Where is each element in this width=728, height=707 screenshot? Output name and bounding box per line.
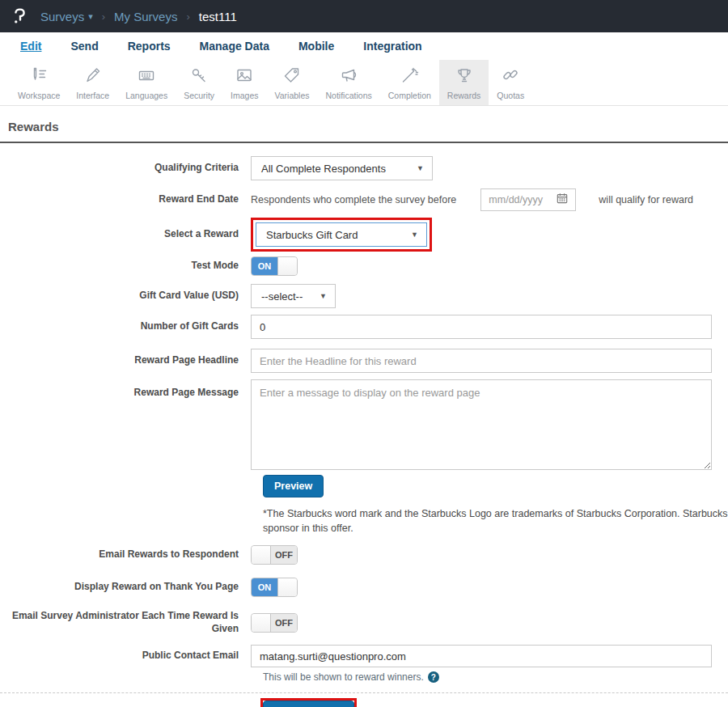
- test-mode-toggle[interactable]: ON: [251, 256, 298, 276]
- starbucks-disclaimer-text: *The Starbucks word mark and the Starbuc…: [263, 507, 728, 536]
- trophy-icon: [455, 66, 474, 88]
- breadcrumb-current-survey: test111: [199, 10, 237, 23]
- end-date-suffix-text: will qualify for reward: [599, 194, 693, 205]
- reward-end-date-label: Reward End Date: [0, 193, 251, 206]
- toggle-state-label: OFF: [271, 546, 297, 564]
- tab-integration[interactable]: Integration: [363, 40, 421, 53]
- rewards-form: Qualifying Criteria All Complete Respond…: [0, 143, 728, 707]
- toolbar-item-security[interactable]: Security: [176, 60, 222, 105]
- email-rewards-toggle[interactable]: OFF: [251, 545, 298, 565]
- email-admin-toggle[interactable]: OFF: [251, 613, 298, 633]
- toolbar-item-workspace[interactable]: Workspace: [10, 60, 68, 105]
- tab-send[interactable]: Send: [70, 40, 98, 53]
- gift-card-value-label: Gift Card Value (USD): [0, 290, 251, 303]
- gift-card-value-row: Gift Card Value (USD) --select-- ▼: [0, 284, 728, 308]
- toolbar-item-completion[interactable]: Completion: [380, 60, 439, 105]
- page-title: Rewards: [8, 120, 728, 133]
- select-reward-label: Select a Reward: [0, 228, 251, 241]
- select-reward-row: Select a Reward Starbucks Gift Card ▼: [0, 218, 728, 252]
- chevron-down-icon: ▼: [417, 164, 424, 172]
- breadcrumb-surveys[interactable]: Surveys ▾: [40, 10, 93, 23]
- help-icon[interactable]: ?: [428, 671, 439, 683]
- public-contact-email-input[interactable]: [251, 645, 712, 667]
- toolbar-item-interface[interactable]: Interface: [68, 60, 117, 105]
- toggle-state-label: OFF: [271, 614, 297, 632]
- email-admin-label: Email Survey Administrator Each Time Rew…: [0, 610, 251, 635]
- tab-mobile[interactable]: Mobile: [298, 40, 334, 53]
- toolbar-item-rewards[interactable]: Rewards: [439, 60, 489, 105]
- reward-end-date-row: Reward End Date Respondents who complete…: [0, 188, 728, 211]
- toolbar-item-label: Security: [184, 91, 214, 100]
- public-contact-email-row: Public Contact Email: [0, 645, 728, 667]
- tab-edit[interactable]: Edit: [20, 40, 41, 53]
- preview-row: Preview: [263, 475, 728, 497]
- qualifying-criteria-select[interactable]: All Complete Respondents ▼: [251, 156, 433, 180]
- key-icon: [189, 66, 209, 88]
- display-reward-label: Display Reward on Thank You Page: [0, 581, 251, 594]
- preview-button[interactable]: Preview: [263, 475, 324, 497]
- number-of-gift-cards-row: Number of Gift Cards: [0, 315, 728, 339]
- number-of-gift-cards-label: Number of Gift Cards: [0, 320, 251, 333]
- toolbar-item-languages[interactable]: Languages: [117, 60, 176, 105]
- chevron-down-icon: ▼: [320, 292, 327, 300]
- pen-list-icon: [29, 66, 49, 88]
- breadcrumb-my-surveys-label: My Surveys: [114, 10, 177, 23]
- gift-card-value-value: --select--: [261, 290, 303, 303]
- chain-link-icon: [501, 66, 520, 88]
- test-mode-row: Test Mode ON: [0, 256, 728, 276]
- qualifying-criteria-label: Qualifying Criteria: [0, 162, 251, 175]
- email-rewards-label: Email Rewards to Respondent: [0, 548, 251, 561]
- reward-page-headline-row: Reward Page Headline: [0, 349, 728, 373]
- toolbar-item-label: Images: [231, 91, 258, 100]
- qualifying-criteria-value: All Complete Respondents: [261, 163, 386, 175]
- select-reward-select[interactable]: Starbucks Gift Card ▼: [256, 222, 427, 247]
- reward-page-headline-input[interactable]: [251, 349, 712, 373]
- tab-manage-data[interactable]: Manage Data: [200, 40, 269, 53]
- toolbar-item-label: Interface: [76, 91, 109, 100]
- breadcrumb-my-surveys[interactable]: My Surveys: [114, 10, 177, 23]
- calendar-icon[interactable]: [557, 193, 568, 207]
- display-reward-toggle[interactable]: ON: [251, 578, 298, 597]
- toggle-knob: [252, 614, 271, 632]
- toolbar-item-variables[interactable]: Variables: [267, 60, 318, 105]
- display-reward-row: Display Reward on Thank You Page ON: [0, 578, 728, 597]
- toggle-knob: [252, 546, 271, 564]
- annotation-highlight-box: Save Changes: [260, 698, 357, 707]
- toggle-knob: [277, 578, 297, 596]
- end-date-prefix-text: Respondents who complete the survey befo…: [251, 194, 456, 205]
- image-icon: [235, 66, 254, 88]
- gift-card-value-select[interactable]: --select-- ▼: [251, 284, 336, 308]
- toggle-knob: [277, 257, 297, 275]
- tab-reports[interactable]: Reports: [128, 40, 171, 53]
- select-reward-value: Starbucks Gift Card: [266, 229, 358, 241]
- reward-page-headline-label: Reward Page Headline: [0, 354, 251, 367]
- reward-page-message-row: Reward Page Message: [0, 379, 728, 470]
- email-admin-row: Email Survey Administrator Each Time Rew…: [0, 610, 728, 635]
- toolbar-item-label: Languages: [125, 91, 167, 100]
- toolbar-item-notifications[interactable]: Notifications: [318, 60, 380, 105]
- tag-icon: [282, 66, 302, 88]
- save-changes-button[interactable]: Save Changes: [263, 701, 354, 707]
- megaphone-icon: [339, 66, 358, 88]
- public-email-helper: This will be shown to reward winners. ?: [263, 671, 728, 683]
- breadcrumb-separator: ›: [186, 11, 189, 23]
- pen-icon: [83, 66, 103, 88]
- magic-wand-icon: [400, 66, 419, 88]
- footer-divider: [0, 692, 728, 693]
- breadcrumb-surveys-label: Surveys: [40, 10, 84, 23]
- number-of-gift-cards-input[interactable]: [251, 315, 712, 339]
- toolbar-item-label: Rewards: [447, 91, 480, 100]
- chevron-down-icon: ▼: [411, 231, 418, 239]
- reward-page-message-textarea[interactable]: [251, 379, 712, 470]
- toolbar-item-quotas[interactable]: Quotas: [489, 60, 532, 105]
- top-bar: Surveys ▾ › My Surveys › test111: [0, 0, 728, 32]
- keyboard-icon: [137, 66, 156, 88]
- reward-end-date-input[interactable]: mm/dd/yyyy: [480, 188, 576, 211]
- annotation-highlight-box: Starbucks Gift Card ▼: [251, 218, 432, 252]
- email-rewards-row: Email Rewards to Respondent OFF: [0, 545, 728, 565]
- questionpro-logo-icon[interactable]: [11, 6, 29, 26]
- qualifying-criteria-row: Qualifying Criteria All Complete Respond…: [0, 156, 728, 180]
- toolbar-item-images[interactable]: Images: [222, 60, 266, 105]
- edit-toolbar: Workspace Interface Languages Security I…: [0, 60, 728, 106]
- toolbar-item-label: Variables: [275, 91, 310, 100]
